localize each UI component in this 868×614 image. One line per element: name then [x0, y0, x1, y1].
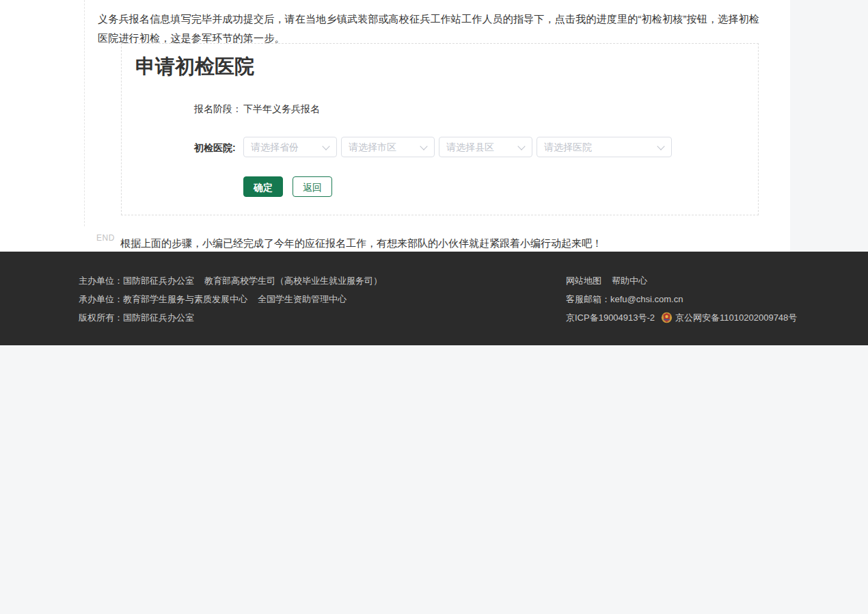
end-paragraph: 根据上面的步骤，小编已经完成了今年的应征报名工作，有想来部队的小伙伴就赶紧跟着小…	[120, 237, 776, 250]
province-select-placeholder: 请选择省份	[251, 142, 299, 152]
host-org: 国防部征兵办公室	[123, 276, 194, 286]
stage-value: 下半年义务兵报名	[243, 103, 320, 116]
timeline-dashed-line	[84, 0, 85, 226]
icp-record-link[interactable]: 京ICP备19004913号-2	[566, 312, 655, 323]
footer-copyright-row: 版权所有：国防部征兵办公室	[79, 312, 382, 324]
footer-links-row: 网站地图帮助中心	[566, 275, 797, 287]
site-footer: 主办单位：国防部征兵办公室教育部高校学生司（高校毕业生就业服务司） 承办单位：教…	[0, 252, 868, 345]
footer-organizer-row: 承办单位：教育部学生服务与素质发展中心全国学生资助管理中心	[79, 293, 382, 306]
chevron-down-icon	[517, 142, 525, 150]
footer-right-column: 网站地图帮助中心 客服邮箱：kefu@chsi.com.cn 京ICP备1900…	[566, 275, 797, 330]
apply-hospital-panel: 申请初检医院 报名阶段： 下半年义务兵报名 初检医院: 请选择省份 请选择市区 …	[121, 43, 759, 215]
chevron-down-icon	[657, 142, 664, 150]
sitemap-link[interactable]: 网站地图	[566, 276, 601, 286]
province-select[interactable]: 请选择省份	[243, 137, 337, 157]
police-badge-icon	[661, 312, 673, 325]
footer-left-column: 主办单位：国防部征兵办公室教育部高校学生司（高校毕业生就业服务司） 承办单位：教…	[79, 275, 382, 330]
confirm-button[interactable]: 确定	[243, 176, 283, 197]
hospital-select-placeholder: 请选择医院	[544, 142, 592, 152]
help-center-link[interactable]: 帮助中心	[612, 276, 647, 286]
stage-label: 报名阶段：	[194, 103, 242, 116]
intro-paragraph: 义务兵报名信息填写完毕并成功提交后，请在当地乡镇武装部或高校征兵工作站工作人员的…	[98, 10, 762, 48]
copyright-label: 版权所有：	[79, 312, 123, 323]
organizer-org: 教育部学生服务与素质发展中心	[123, 294, 247, 304]
organizer-org: 全国学生资助管理中心	[258, 294, 347, 304]
content-panel: 义务兵报名信息填写完毕并成功提交后，请在当地乡镇武装部或高校征兵工作站工作人员的…	[0, 0, 790, 252]
host-org: 教育部高校学生司（高校毕业生就业服务司）	[204, 276, 382, 286]
organizer-label: 承办单位：	[79, 294, 123, 304]
footer-email-row: 客服邮箱：kefu@chsi.com.cn	[566, 293, 797, 306]
city-select-placeholder: 请选择市区	[349, 142, 396, 152]
chevron-down-icon	[420, 142, 427, 150]
email-link[interactable]: kefu@chsi.com.cn	[610, 294, 683, 304]
county-select-placeholder: 请选择县区	[446, 142, 494, 152]
panel-title: 申请初检医院	[135, 53, 254, 81]
chevron-down-icon	[322, 142, 329, 150]
email-label: 客服邮箱：	[566, 294, 610, 304]
public-security-record-link[interactable]: 京公网安备11010202009748号	[675, 312, 797, 323]
host-label: 主办单位：	[79, 276, 123, 286]
hospital-label: 初检医院:	[194, 142, 236, 155]
back-button[interactable]: 返回	[293, 176, 332, 197]
hospital-select[interactable]: 请选择医院	[537, 137, 672, 157]
footer-host-row: 主办单位：国防部征兵办公室教育部高校学生司（高校毕业生就业服务司）	[79, 275, 382, 287]
county-select[interactable]: 请选择县区	[439, 137, 532, 157]
city-select[interactable]: 请选择市区	[341, 137, 435, 157]
copyright-org: 国防部征兵办公室	[123, 312, 194, 323]
timeline-end-marker: END	[96, 233, 115, 243]
footer-record-row: 京ICP备19004913号-2京公网安备11010202009748号	[566, 312, 797, 324]
